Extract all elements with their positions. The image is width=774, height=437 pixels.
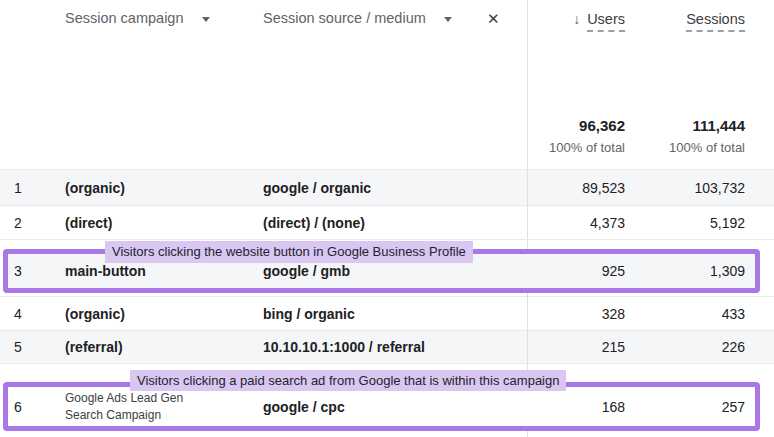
column-header-users[interactable]: ↓ Users <box>573 11 625 32</box>
cell-session-campaign: (organic) <box>55 180 263 196</box>
cell-sessions: 257 <box>625 399 745 415</box>
cell-source-medium: (direct) / (none) <box>263 215 527 231</box>
users-total: 96,362 100% of total <box>549 117 625 155</box>
highlighted-row-container: Visitors clicking the website button in … <box>0 239 774 296</box>
table-row[interactable]: 6 Google Ads Lead Gen Search Campaign go… <box>8 387 755 426</box>
users-total-share: 100% of total <box>549 140 625 155</box>
dimension-picker-session-source-medium[interactable]: Session source / medium <box>263 10 452 26</box>
cell-session-campaign: (direct) <box>55 215 263 231</box>
highlighted-row-container: Visitors clicking a paid search ad from … <box>0 363 774 437</box>
campaign-name-wrapped: Google Ads Lead Gen Search Campaign <box>65 390 210 422</box>
sessions-total-value: 111,444 <box>669 117 745 134</box>
table-row[interactable]: 1 (organic) google / organic 89,523 103,… <box>0 170 774 205</box>
cell-session-campaign: (referral) <box>55 339 263 355</box>
close-icon[interactable]: ✕ <box>487 10 500 28</box>
table-row[interactable]: 2 (direct) (direct) / (none) 4,373 5,192 <box>0 205 774 239</box>
chevron-down-icon[interactable] <box>202 17 210 22</box>
row-index: 4 <box>0 306 55 322</box>
column-header-label: Sessions <box>686 11 745 32</box>
row-index: 1 <box>0 180 55 196</box>
cell-sessions: 103,732 <box>625 180 745 196</box>
sessions-total-share: 100% of total <box>669 140 745 155</box>
column-header-sessions[interactable]: Sessions <box>686 11 745 32</box>
cell-sessions: 5,192 <box>625 215 745 231</box>
cell-sessions: 1,309 <box>625 263 745 279</box>
cell-source-medium: google / organic <box>263 180 527 196</box>
dimension-picker-label: Session campaign <box>65 10 184 26</box>
cell-users: 328 <box>527 306 625 322</box>
row-index: 5 <box>0 339 55 355</box>
analytics-exploration-table: Session campaign Session source / medium… <box>0 0 774 437</box>
annotation-cpc: Visitors clicking a paid search ad from … <box>130 370 566 391</box>
table-row[interactable]: 4 (organic) bing / organic 328 433 <box>0 296 774 330</box>
row-index: 3 <box>8 263 55 279</box>
annotation-gmb: Visitors clicking the website button in … <box>105 241 473 263</box>
cell-source-medium: 10.10.10.1:1000 / referral <box>263 339 527 355</box>
row-index: 2 <box>0 215 55 231</box>
users-total-value: 96,362 <box>549 117 625 134</box>
sort-descending-icon: ↓ <box>573 11 580 28</box>
cell-session-campaign: Google Ads Lead Gen Search Campaign <box>55 390 263 422</box>
cell-users: 89,523 <box>527 180 625 196</box>
cell-users: 168 <box>527 399 625 415</box>
cell-source-medium: google / gmb <box>263 263 527 279</box>
cell-source-medium: bing / organic <box>263 306 527 322</box>
dimension-picker-session-campaign[interactable]: Session campaign <box>65 10 210 26</box>
cell-sessions: 226 <box>625 339 745 355</box>
cell-source-medium: google / cpc <box>263 399 527 415</box>
cell-session-campaign: main-button <box>55 263 263 279</box>
dimension-picker-label: Session source / medium <box>263 10 426 26</box>
cell-users: 925 <box>527 263 625 279</box>
sessions-total: 111,444 100% of total <box>669 117 745 155</box>
table-header: Session campaign Session source / medium… <box>0 0 774 170</box>
row-index: 6 <box>8 399 55 415</box>
cell-sessions: 433 <box>625 306 745 322</box>
table-row[interactable]: 5 (referral) 10.10.10.1:1000 / referral … <box>0 330 774 363</box>
chevron-down-icon[interactable] <box>444 17 452 22</box>
cell-session-campaign: (organic) <box>55 306 263 322</box>
cell-users: 215 <box>527 339 625 355</box>
cell-users: 4,373 <box>527 215 625 231</box>
column-header-label: Users <box>587 11 625 32</box>
